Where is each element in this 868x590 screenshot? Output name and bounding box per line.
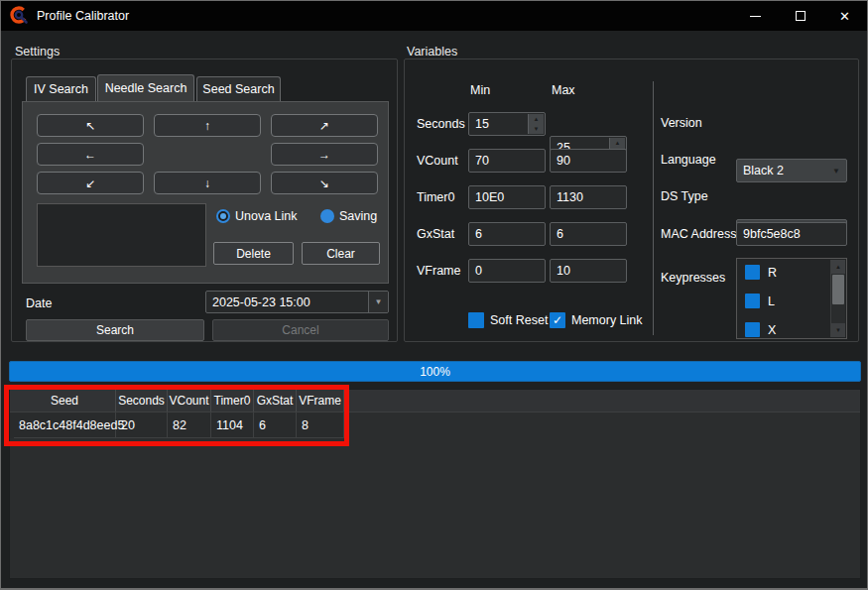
keypress-l-checkbox[interactable] [745, 294, 760, 308]
spin-buttons: ▲ ▼ [528, 114, 544, 134]
chevron-down-icon: ▼ [832, 167, 840, 176]
cell-gxstat: 6 [254, 413, 297, 438]
column-header-vcount[interactable]: VCount [168, 390, 211, 412]
clear-button[interactable]: Clear [302, 242, 380, 265]
date-dropdown-button[interactable]: ▼ [368, 292, 388, 312]
needle-right-button[interactable]: → [271, 143, 378, 166]
window-controls: ✕ [733, 1, 867, 31]
scroll-up-icon: ▲ [835, 264, 841, 270]
gxstat-max-input[interactable] [550, 222, 627, 246]
unova-link-radio[interactable] [216, 209, 230, 223]
keypresses-list[interactable]: R L X ▲ ▼ [736, 258, 847, 339]
version-label: Version [661, 116, 702, 130]
tab-needle-search[interactable]: Needle Search [97, 74, 194, 101]
memory-link-checkbox[interactable]: ✓ [550, 312, 565, 328]
version-select[interactable]: Black 2 ▼ [736, 159, 847, 182]
arrow-up-left-icon: ↖ [85, 119, 95, 133]
arrow-down-left-icon: ↙ [85, 177, 95, 190]
date-input[interactable]: 2025-05-23 15:00 ▼ [205, 291, 389, 313]
vframe-label: VFrame [417, 264, 460, 278]
spin-up-button[interactable]: ▲ [529, 114, 544, 124]
results-table[interactable]: Seed Seconds VCount Timer0 GxStat VFrame… [9, 389, 861, 579]
soft-reset-checkbox-group[interactable]: Soft Reset [468, 312, 548, 328]
keypress-x-checkbox[interactable] [745, 322, 760, 337]
variables-divider [653, 81, 654, 335]
needle-search-pane: ↖ ↑ ↗ ← → ↙ ↓ ↘ Unova Link Saving Delete… [22, 101, 389, 284]
date-label: Date [26, 296, 52, 310]
needle-up-button[interactable]: ↑ [154, 114, 261, 137]
spin-down-button[interactable]: ▼ [529, 124, 544, 134]
column-header-seed[interactable]: Seed [14, 390, 116, 412]
arrow-up-right-icon: ↗ [319, 119, 329, 133]
keypresses-scrollbar[interactable]: ▲ ▼ [830, 260, 845, 337]
memory-link-checkbox-group[interactable]: ✓ Memory Link [550, 312, 643, 328]
minimize-button[interactable] [733, 1, 778, 31]
cancel-button[interactable]: Cancel [212, 319, 389, 341]
gxstat-min-input[interactable] [468, 222, 546, 246]
keypresses-label: Keypresses [661, 271, 725, 285]
column-header-gxstat[interactable]: GxStat [254, 390, 297, 412]
soft-reset-checkbox[interactable] [468, 312, 484, 328]
vframe-max-input[interactable] [550, 259, 627, 283]
needle-down-right-button[interactable]: ↘ [271, 172, 378, 194]
timer0-max-input[interactable] [550, 185, 627, 209]
scrollbar-handle[interactable] [832, 275, 844, 304]
keypress-l-label: L [768, 295, 775, 308]
saving-radio[interactable] [320, 209, 334, 223]
column-header-vframe[interactable]: VFrame [297, 390, 344, 412]
needle-up-right-button[interactable]: ↗ [271, 114, 378, 137]
needle-list[interactable] [37, 203, 206, 267]
cell-vcount: 82 [168, 413, 211, 438]
scroll-down-icon: ▼ [835, 327, 841, 333]
app-window: Profile Calibrator ✕ Settings IV Search … [0, 0, 868, 590]
mac-address-input[interactable] [736, 222, 847, 246]
keypress-r-label: R [768, 266, 777, 280]
maximize-icon [796, 11, 806, 21]
variables-group-label: Variables [407, 45, 457, 59]
maximize-button[interactable] [778, 1, 822, 31]
delete-button-label: Delete [236, 247, 271, 261]
titlebar: Profile Calibrator ✕ [1, 1, 867, 31]
cancel-button-label: Cancel [282, 323, 318, 337]
settings-groupbox: IV Search Needle Search Seed Search ↖ ↑ … [11, 59, 398, 342]
spin-up-icon: ▲ [615, 140, 621, 146]
ds-type-label: DS Type [661, 189, 708, 203]
min-header: Min [470, 83, 490, 97]
delete-button[interactable]: Delete [213, 242, 294, 265]
window-title: Profile Calibrator [37, 9, 129, 23]
soft-reset-label: Soft Reset [490, 313, 548, 327]
arrow-down-right-icon: ↘ [319, 177, 329, 190]
spin-up-button[interactable]: ▲ [610, 138, 625, 148]
tab-iv-search[interactable]: IV Search [26, 76, 96, 101]
timer0-min-input[interactable] [468, 185, 546, 209]
unova-link-label: Unova Link [235, 209, 298, 223]
vcount-max-input[interactable] [550, 149, 627, 173]
scroll-up-button[interactable]: ▲ [831, 260, 845, 274]
column-header-timer0[interactable]: Timer0 [211, 390, 254, 412]
version-value: Black 2 [743, 164, 784, 177]
column-header-seconds[interactable]: Seconds [116, 390, 168, 412]
needle-down-left-button[interactable]: ↙ [37, 172, 144, 194]
tab-label: Seed Search [202, 82, 274, 96]
arrow-left-icon: ← [84, 148, 96, 162]
needle-left-button[interactable]: ← [37, 143, 144, 166]
vframe-min-input[interactable] [468, 259, 546, 283]
close-button[interactable]: ✕ [822, 1, 867, 31]
clear-button-label: Clear [326, 247, 355, 261]
needle-down-button[interactable]: ↓ [154, 172, 261, 194]
search-button[interactable]: Search [26, 319, 204, 341]
table-row[interactable]: 8a8c1c48f4d8eed5 20 82 1104 6 8 [10, 413, 344, 438]
tab-label: Needle Search [105, 81, 187, 95]
settings-group-label: Settings [15, 45, 60, 59]
scroll-down-button[interactable]: ▼ [831, 323, 845, 337]
tab-seed-search[interactable]: Seed Search [196, 76, 281, 101]
unova-link-radio-group[interactable]: Unova Link [216, 209, 298, 223]
saving-radio-group[interactable]: Saving [320, 209, 377, 223]
needle-up-left-button[interactable]: ↖ [37, 114, 144, 137]
seconds-min-value: 15 [475, 117, 489, 131]
vcount-min-input[interactable] [468, 149, 546, 173]
seconds-min-spinbox[interactable]: 15 ▲ ▼ [468, 112, 546, 136]
progress-bar: 100% [9, 361, 861, 382]
keypress-r-checkbox[interactable] [745, 265, 760, 280]
chevron-down-icon: ▼ [375, 297, 383, 306]
